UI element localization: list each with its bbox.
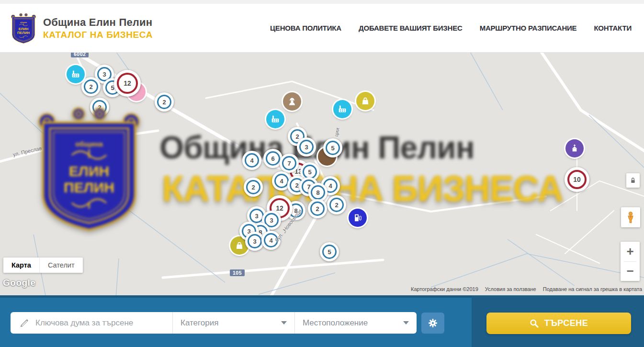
cluster-count: 3 [255,213,258,220]
search-submit-label: ТЪРСЕНЕ [544,318,588,328]
cluster-count: 4 [250,157,253,164]
map-cluster[interactable]: 2 [81,77,101,96]
cluster-count: 12 [276,204,283,212]
map-cluster[interactable]: 5 [320,242,339,261]
search-submit-button[interactable]: ТЪРСЕНЕ [486,313,631,334]
attribution-terms-link[interactable]: Условия за ползване [485,286,536,292]
map-canvas[interactable]: Община Елин Пелин КАТАЛОГ НА БИЗНЕСА 232… [0,53,644,295]
search-bar: Категория Местоположение ТЪРСЕНЕ [0,295,644,347]
pegman-icon [624,210,637,224]
header: община ЕЛИН ПЕЛИН Община Елин Пелин КАТА… [0,4,644,53]
shopping-bag-icon [360,96,371,106]
cluster-count: 2 [251,184,255,191]
street-label: ции [333,127,340,137]
fuel-icon [352,213,363,223]
church-pin[interactable] [565,139,584,157]
map-type-switcher: Карта Сателит [3,257,83,273]
cluster-count: 6 [271,155,274,162]
category-select-value: Категория [181,318,218,328]
cluster-count: 3 [102,71,106,78]
advanced-settings-button[interactable] [421,313,444,334]
top-strip [0,0,644,4]
attribution-report-link[interactable]: Подаване на сигнал за грешка в картата [543,286,642,292]
map-cluster[interactable]: 2 [244,178,263,197]
nav-link-3[interactable]: КОНТАКТИ [594,24,632,32]
zoom-in-button[interactable]: + [621,242,640,261]
cluster-count: 4 [280,178,283,185]
svg-text:ЕЛИН: ЕЛИН [69,163,109,179]
cluster-count: 3 [270,217,273,224]
cluster-count: 3 [253,238,256,245]
watermark-title: Община Елин Пелин [159,129,475,166]
svg-text:община: община [75,140,103,148]
map-cluster[interactable]: 4 [242,151,261,170]
cluster-count: 5 [328,248,331,256]
cluster-count: 10 [573,176,581,183]
road-number-badge: 105 [230,269,245,276]
cluster-count: 8 [294,207,297,214]
map-cluster[interactable]: 5 [323,138,342,157]
zoom-out-button[interactable]: − [621,262,640,281]
svg-text:ПЕЛИН: ПЕЛИН [64,179,114,195]
factory-pin[interactable] [266,110,284,128]
chevron-down-icon [281,321,287,325]
fuel-station-pin[interactable] [349,209,367,227]
cluster-count: 4 [328,182,332,190]
map-attribution: Картографски данни ©2019 Условия за полз… [411,286,642,292]
map-type-satellite-button[interactable]: Сателит [39,257,83,273]
category-select[interactable]: Категория [173,312,294,334]
road-number-badge: 6002 [71,53,89,57]
cluster-count: 2 [98,104,101,111]
filter-bar: Категория Местоположение [11,312,417,334]
map-cluster[interactable]: 12 [114,70,141,97]
shopping-pin[interactable] [356,92,374,110]
cluster-count: 7 [287,160,291,167]
cluster-count: 4 [269,237,272,244]
search-icon [530,319,539,328]
municipality-emblem-icon: община ЕЛИН ПЕЛИН [11,10,36,47]
cluster-count: 8 [316,189,319,196]
brand-title: Община Елин Пелин [43,16,153,29]
map-cluster[interactable]: 4 [261,231,281,250]
svg-text:община: община [20,21,27,23]
keyword-search-input[interactable] [35,318,155,328]
map-cluster[interactable]: 10 [565,167,589,192]
cluster-count: 5 [308,168,311,176]
map-cluster[interactable]: 2 [327,195,346,214]
cluster-count: 2 [335,201,338,209]
map-cluster[interactable]: 3 [297,137,316,157]
map-cluster[interactable]: 2 [308,199,327,218]
watermark-emblem: община ЕЛИН ПЕЛИН [36,103,142,234]
chevron-down-icon [403,321,409,325]
location-select[interactable]: Местоположение [295,312,417,334]
nav-link-0[interactable]: ЦЕНОВА ПОЛИТИКА [270,24,341,32]
main-nav: ЦЕНОВА ПОЛИТИКАДОБАВЕТЕ ВАШИЯТ БИЗНЕСМАР… [270,24,632,32]
map-cluster[interactable]: 2 [90,98,109,117]
pencil-icon [19,318,30,328]
map-cluster[interactable]: 7 [280,154,299,173]
cluster-count: 2 [162,99,166,106]
factory-pin[interactable] [333,100,351,118]
gear-icon [427,317,439,329]
factory-icon [70,69,81,79]
factory-icon [337,104,348,114]
worker-pin[interactable] [283,92,301,111]
lock-control-button[interactable] [626,173,640,188]
cluster-count: 2 [316,205,319,213]
svg-text:ПЕЛИН: ПЕЛИН [17,31,30,35]
map-type-map-button[interactable]: Карта [3,257,39,273]
google-logo[interactable]: Google [3,278,35,288]
attribution-data: Картографски данни ©2019 [411,286,478,292]
worker-icon [287,96,297,107]
cluster-count: 5 [331,145,334,152]
cluster-count: 2 [295,133,299,140]
church-icon [569,143,580,154]
location-select-value: Местоположение [303,318,368,328]
map-cluster[interactable]: 2 [155,92,174,112]
street-view-pegman-button[interactable] [621,207,640,227]
factory-pin[interactable] [67,65,85,83]
nav-link-1[interactable]: ДОБАВЕТЕ ВАШИЯТ БИЗНЕС [359,24,463,32]
brand-logo[interactable]: община ЕЛИН ПЕЛИН Община Елин Пелин КАТА… [11,10,153,47]
cluster-count: 12 [124,79,131,87]
nav-link-2[interactable]: МАРШРУТНО РАЗПИСАНИЕ [480,24,577,32]
